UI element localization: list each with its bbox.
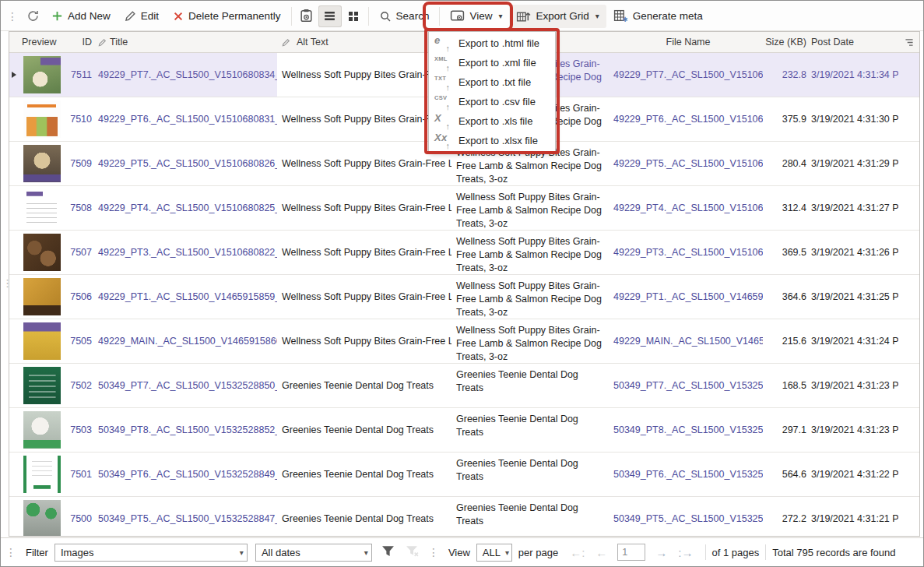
toolbar-separator bbox=[291, 7, 292, 26]
refresh-icon bbox=[26, 9, 40, 23]
table-row[interactable]: 7508 49229_PT4._AC_SL1500_V1510680825_.j… bbox=[9, 186, 919, 231]
title-cell[interactable]: 49229_MAIN._AC_SL1500_V1465915866_.jpg bbox=[92, 336, 277, 347]
alt-text-cell[interactable]: Greenies Teenie Dental Dog Treats bbox=[277, 408, 451, 452]
id-cell: 7501 bbox=[69, 469, 92, 480]
id-cell: 7502 bbox=[69, 380, 92, 391]
table-row[interactable]: 7505 49229_MAIN._AC_SL1500_V1465915866_.… bbox=[9, 319, 919, 364]
per-page-select[interactable]: ALL ▾ bbox=[476, 544, 512, 562]
alt-text-cell[interactable]: Wellness Soft Puppy Bites Grain-Free Lam… bbox=[277, 231, 451, 274]
generate-meta-button[interactable]: ✱ Generate meta bbox=[606, 5, 710, 28]
export-html-icon: e ↑ bbox=[434, 36, 452, 51]
alt-text-cell[interactable]: Wellness Soft Puppy Bites Grain-Free Lam… bbox=[277, 186, 451, 230]
title-cell[interactable]: 49229_PT6._AC_SL1500_V1510680831_.jpg bbox=[92, 114, 277, 125]
title-cell[interactable]: 49229_PT7._AC_SL1500_V1510680834_.jpg bbox=[92, 69, 277, 80]
filter-dates-select[interactable]: All dates ▾ bbox=[255, 544, 372, 562]
size-cell: 297.1 bbox=[763, 424, 806, 435]
title-cell[interactable]: 50349_PT7._AC_SL1500_V1532528850_.jpg bbox=[92, 380, 277, 391]
caption-cell: Wellness Soft Puppy Bites Grain-Free Lam… bbox=[451, 231, 607, 274]
file-name-cell: 49229_PT7._AC_SL1500_V1510680834_.jpg bbox=[607, 69, 763, 80]
filter-type-select[interactable]: Images ▾ bbox=[54, 544, 248, 562]
alt-text-cell[interactable]: Greenies Teenie Dental Dog Treats bbox=[277, 364, 451, 407]
toolbar-separator bbox=[439, 7, 440, 26]
preview-thumbnail-dental-treat-sheet[interactable] bbox=[23, 456, 61, 493]
header-size[interactable]: Size (KB) bbox=[763, 32, 806, 52]
row-indicator-cell bbox=[9, 497, 19, 536]
export-grid-button[interactable]: Export Grid ▾ bbox=[509, 5, 606, 28]
table-row[interactable]: 7503 50349_PT8._AC_SL1500_V1532528852_.j… bbox=[9, 408, 919, 453]
edit-button[interactable]: Edit bbox=[118, 5, 166, 28]
last-page-button[interactable]: :→ bbox=[678, 546, 693, 559]
title-cell[interactable]: 50349_PT8._AC_SL1500_V1532528852_.jpg bbox=[92, 424, 277, 435]
preview-thumbnail-white-dog-green-band[interactable] bbox=[23, 411, 61, 449]
delete-button[interactable]: Delete Permanently bbox=[166, 5, 288, 28]
caption-cell: Wellness Soft Puppy Bites Grain-Free Lam… bbox=[451, 275, 607, 319]
menu-item-export-xml[interactable]: XML ↑ Export to .xml file bbox=[429, 53, 555, 72]
preview-thumbnail-treat-bags-lineup[interactable] bbox=[23, 100, 61, 138]
delete-label: Delete Permanently bbox=[188, 10, 281, 22]
menu-item-export-csv[interactable]: CSV ↑ Export to .csv file bbox=[429, 92, 555, 111]
header-preview[interactable]: Preview bbox=[19, 32, 69, 52]
splitter-grip-icon[interactable]: ⋮ bbox=[2, 277, 11, 289]
alt-text-cell[interactable]: Greenies Teenie Dental Dog Treats bbox=[277, 453, 451, 496]
previous-page-button[interactable]: ← bbox=[596, 546, 607, 559]
header-post-date[interactable]: Post Date bbox=[806, 32, 898, 52]
table-row[interactable]: 7507 49229_PT3._AC_SL1500_V1510680822_.j… bbox=[9, 231, 919, 275]
column-menu-button[interactable] bbox=[898, 32, 919, 52]
title-cell[interactable]: 49229_PT4._AC_SL1500_V1510680825_.jpg bbox=[92, 202, 277, 213]
alt-text-cell[interactable]: Wellness Soft Puppy Bites Grain-Free Lam… bbox=[277, 275, 451, 319]
svg-text:✱: ✱ bbox=[622, 16, 627, 23]
apply-filter-button[interactable] bbox=[381, 545, 395, 559]
main-toolbar: ⋮ Add New Edit Delete Permanently S bbox=[1, 2, 923, 31]
filter-grip-icon[interactable]: ⋮ bbox=[5, 546, 15, 558]
title-cell[interactable]: 49229_PT5._AC_SL1500_V1510680826_.jpg bbox=[92, 158, 277, 169]
table-row[interactable]: 7502 50349_PT7._AC_SL1500_V1532528850_.j… bbox=[9, 364, 919, 408]
view-button[interactable]: View ▾ bbox=[443, 5, 509, 28]
table-row[interactable]: 7506 49229_PT1._AC_SL1500_V1465915859_.j… bbox=[9, 275, 919, 319]
preview-thumbnail-golden-package[interactable] bbox=[23, 278, 61, 315]
alt-text-cell[interactable]: Wellness Soft Puppy Bites Grain-Free Lam… bbox=[277, 97, 451, 141]
export-xml-icon: XML ↑ bbox=[434, 55, 452, 71]
search-button[interactable]: Search bbox=[372, 5, 437, 28]
preview-thumbnail-puppy-bites-package[interactable] bbox=[23, 322, 61, 360]
preview-thumbnail-green-nutrition-panel[interactable] bbox=[23, 367, 61, 404]
title-cell[interactable]: 49229_PT1._AC_SL1500_V1465915859_.jpg bbox=[92, 291, 277, 302]
menu-item-export-txt[interactable]: TXT ↑ Export to .txt file bbox=[429, 72, 555, 92]
pager-grip-icon[interactable]: ⋮ bbox=[428, 546, 437, 558]
funnel-icon bbox=[381, 545, 395, 557]
table-row[interactable]: 7501 50349_PT6._AC_SL1500_V1532528849_.j… bbox=[9, 453, 919, 497]
view-label: View bbox=[469, 10, 492, 22]
first-page-button[interactable]: ←: bbox=[570, 546, 585, 559]
title-cell[interactable]: 50349_PT5._AC_SL1500_V1532528847_.jpg bbox=[92, 513, 277, 524]
header-alt-text[interactable]: Alt Text bbox=[277, 32, 451, 52]
menu-item-export-xlsx[interactable]: Xx ↑ Export to .xlsx file bbox=[429, 131, 555, 150]
preview-thumbnail-puppy-on-grass[interactable] bbox=[23, 56, 61, 93]
preview-thumbnail-brown-treats-closeup[interactable] bbox=[23, 234, 61, 271]
clear-filter-button[interactable] bbox=[406, 545, 419, 559]
next-page-button[interactable]: → bbox=[655, 546, 667, 559]
alt-text-cell[interactable]: Wellness Soft Puppy Bites Grain-Free Lam… bbox=[277, 319, 451, 363]
alt-text-cell[interactable]: Greenies Teenie Dental Dog Treats bbox=[277, 497, 451, 536]
toolbar-grip-icon[interactable]: ⋮ bbox=[7, 10, 16, 23]
preview-thumbnail-person-with-dog-badges[interactable] bbox=[23, 500, 61, 536]
size-cell: 375.9 bbox=[763, 114, 806, 125]
menu-item-export-xls[interactable]: X ↑ Export to .xls file bbox=[429, 111, 555, 131]
table-row[interactable]: 7500 50349_PT5._AC_SL1500_V1532528847_.j… bbox=[9, 497, 919, 536]
page-number-input[interactable] bbox=[617, 544, 645, 561]
add-new-button[interactable]: Add New bbox=[44, 5, 118, 28]
header-file-name[interactable]: File Name bbox=[607, 32, 763, 52]
grid-view-button[interactable] bbox=[342, 5, 365, 27]
refresh-button[interactable] bbox=[21, 5, 44, 27]
list-view-button[interactable] bbox=[318, 5, 342, 27]
preview-thumbnail-dog-sitting-photo[interactable] bbox=[23, 145, 61, 182]
preview-pane-button[interactable] bbox=[295, 5, 318, 27]
header-title[interactable]: Title bbox=[92, 32, 277, 52]
menu-item-export-html[interactable]: e ↑ Export to .html file bbox=[429, 33, 555, 53]
title-cell[interactable]: 50349_PT6._AC_SL1500_V1532528849_.jpg bbox=[92, 469, 277, 480]
alt-text-cell[interactable]: Wellness Soft Puppy Bites Grain-Free Lam… bbox=[277, 142, 451, 185]
size-cell: 369.5 bbox=[763, 247, 806, 258]
export-grid-label: Export Grid bbox=[536, 10, 588, 22]
alt-text-cell[interactable]: Wellness Soft Puppy Bites Grain-Free Lam… bbox=[277, 53, 451, 97]
title-cell[interactable]: 49229_PT3._AC_SL1500_V1510680822_.jpg bbox=[92, 247, 277, 258]
preview-thumbnail-info-sheet-purple[interactable] bbox=[23, 189, 61, 227]
header-id[interactable]: ID bbox=[69, 32, 92, 52]
